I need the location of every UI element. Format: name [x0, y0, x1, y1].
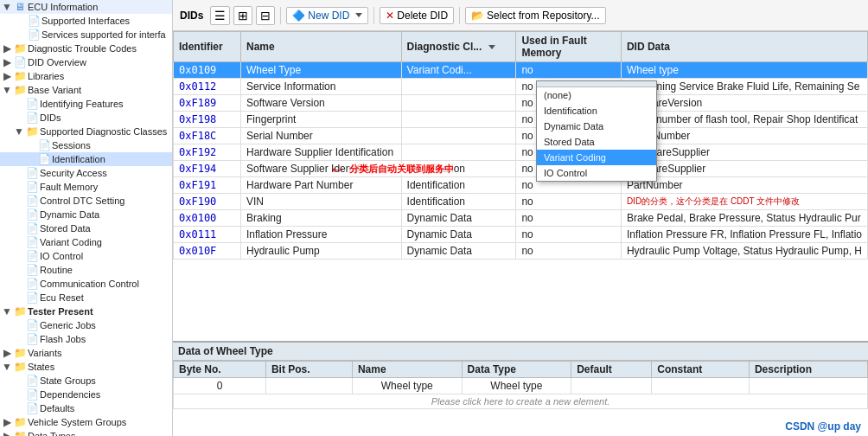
view-split-button[interactable]: ⊟ — [256, 6, 275, 25]
table-row[interactable]: 0x0109 Wheel Type Variant Codi... no Whe… — [174, 62, 868, 79]
new-did-dropdown-arrow — [355, 13, 362, 17]
folder-icon: 📁 — [26, 125, 38, 138]
col-header-diag-class[interactable]: Diagnostic Cl... — [401, 32, 516, 62]
table-row[interactable]: 0xF189 Software Version no SoftwareVersi… — [174, 95, 868, 112]
sidebar-item-control-dtc-setting[interactable]: 📄 Control DTC Setting — [0, 194, 172, 208]
cell-did-data: SerialNumber — [621, 128, 867, 144]
cell-diag-class — [401, 128, 516, 144]
sidebar-label-variant-coding: Variant Coding — [40, 237, 102, 247]
sidebar-label-vehicle-system-groups: Vehicle System Groups — [28, 417, 126, 427]
dropdown-item-dynamic-data[interactable]: Dynamic Data — [537, 119, 656, 134]
doc-icon: 📄 — [26, 208, 38, 221]
annotation-cn1-text: 分类后自动关联到服务中 — [349, 163, 454, 176]
sidebar-item-stored-data[interactable]: 📄 Stored Data — [0, 221, 172, 235]
tree-toggle: ▶ — [2, 347, 12, 359]
sidebar-item-dynamic-data[interactable]: 📄 Dynamic Data — [0, 208, 172, 221]
sidebar-item-libraries[interactable]: ▶ 📁 Libraries — [0, 69, 172, 83]
diag-class-dropdown[interactable]: (none) Identification Dynamic Data Store… — [536, 80, 657, 182]
sidebar-item-base-variant[interactable]: ▼ 📁 Base Variant — [0, 83, 172, 97]
sidebar-item-state-groups[interactable]: 📄 State Groups — [0, 374, 172, 388]
sidebar-item-variant-coding[interactable]: 📄 Variant Coding — [0, 235, 172, 249]
doc-icon: 📄 — [26, 112, 38, 124]
sidebar-label-dtc: Diagnostic Trouble Codes — [28, 43, 137, 54]
sidebar-item-sessions[interactable]: 📄 Sessions — [0, 138, 172, 152]
view-list-button[interactable]: ☰ — [210, 6, 230, 25]
table-row[interactable]: 0x0112 Service Information no Remaining … — [174, 79, 868, 95]
delete-did-button[interactable]: ✕ Delete DID — [380, 7, 454, 24]
cell-name: Inflation Pressure — [241, 227, 402, 243]
sidebar-item-states[interactable]: ▼ 📁 States — [0, 360, 172, 374]
sidebar-item-identification[interactable]: 📄 Identification — [0, 152, 172, 166]
sidebar-item-defaults[interactable]: 📄 Defaults — [0, 401, 172, 415]
repo-icon: 📂 — [471, 10, 484, 22]
sidebar-item-dependencies[interactable]: 📄 Dependencies — [0, 388, 172, 401]
sidebar-item-generic-jobs[interactable]: 📄 Generic Jobs — [0, 318, 172, 332]
table-row[interactable]: 0xF198 Fingerprint no Serial number of f… — [174, 112, 868, 128]
toolbar-separator-3 — [459, 7, 460, 24]
bottom-click-hint[interactable]: Please click here to create a new elemen… — [174, 394, 868, 409]
dropdown-item-identification[interactable]: Identification — [537, 103, 656, 119]
cell-fault-memory: no — [516, 243, 621, 260]
sidebar-item-services-supported[interactable]: 📄 Services supported for interfa — [0, 28, 172, 42]
cell-fault-memory: no — [516, 194, 621, 210]
folder-icon: 📁 — [14, 42, 26, 54]
table-row[interactable]: 0x0100 Braking Dynamic Data no Brake Ped… — [174, 210, 868, 227]
table-row[interactable]: 0xF190 VIN Identification no DID的分类，这个分类… — [174, 194, 868, 210]
sidebar-item-variants[interactable]: ▶ 📁 Variants — [0, 346, 172, 360]
content-section-label: DIDs — [180, 10, 203, 22]
dropdown-item-none[interactable]: (none) — [537, 87, 656, 103]
doc-icon: 📄 — [26, 319, 38, 331]
sidebar-item-dtc[interactable]: ▶ 📁 Diagnostic Trouble Codes — [0, 42, 172, 55]
bottom-col-constant: Constant — [652, 362, 750, 378]
dropdown-item-variant-coding[interactable]: Variant Coding — [537, 150, 656, 165]
split-view-icon: ⊟ — [260, 9, 271, 22]
cell-identifier: 0x0112 — [174, 79, 241, 95]
sidebar-item-routine[interactable]: 📄 Routine — [0, 263, 172, 277]
new-did-button[interactable]: 🔷 New DID — [286, 7, 368, 24]
sidebar-label-libraries: Libraries — [28, 71, 64, 81]
dropdown-item-io-control[interactable]: IO Control — [537, 165, 656, 181]
select-repo-button[interactable]: 📂 Select from Repository... — [465, 7, 606, 24]
sidebar-item-supported-diag-classes[interactable]: ▼ 📁 Supported Diagnostic Classes — [0, 125, 172, 138]
bottom-cell-constant — [652, 378, 750, 394]
table-row[interactable]: 0xF194 Software Supplier Identification … — [174, 161, 868, 177]
col-header-fault-memory: Used in Fault Memory — [516, 32, 621, 62]
tree-toggle: ▶ — [2, 70, 12, 82]
table-row[interactable]: 0xF192 Hardware Supplier Identification … — [174, 144, 868, 161]
doc-icon: 📄 — [26, 388, 38, 401]
sidebar-item-tester-present[interactable]: ▼ 📁 Tester Present — [0, 305, 172, 318]
bottom-click-hint-row[interactable]: Please click here to create a new elemen… — [174, 394, 868, 409]
sidebar-item-security-access[interactable]: 📄 Security Access — [0, 166, 172, 180]
sidebar-item-ecu-info[interactable]: ▼ 🖥 ECU Information — [0, 0, 172, 14]
bottom-col-bit-pos: Bit Pos. — [265, 362, 352, 378]
sidebar-item-did-overview[interactable]: ▶ 📄 DID Overview — [0, 55, 172, 69]
table-row[interactable]: 0x010F Hydraulic Pump Dynamic Data no Hy… — [174, 243, 868, 260]
col-header-did-data: DID Data — [621, 32, 867, 62]
table-row[interactable]: 0x0111 Inflation Pressure Dynamic Data n… — [174, 227, 868, 243]
dropdown-item-stored-data[interactable]: Stored Data — [537, 134, 656, 150]
sidebar-item-identifying-features[interactable]: 📄 Identifying Features — [0, 97, 172, 111]
doc-icon: 📄 — [26, 250, 38, 262]
tree-toggle: ▶ — [2, 42, 12, 54]
cell-name: VIN — [241, 194, 402, 210]
sidebar-label-did-overview: DID Overview — [28, 57, 86, 67]
sidebar-item-fault-memory[interactable]: 📄 Fault Memory — [0, 180, 172, 194]
col-header-identifier: Identifier — [174, 32, 241, 62]
sidebar-item-supported-interfaces[interactable]: 📄 Supported Interfaces — [0, 14, 172, 28]
bottom-cell-data-type: Wheel type — [462, 378, 571, 394]
table-row[interactable]: 0xF18C Serial Number no SerialNumber — [174, 128, 868, 144]
sidebar-item-data-types[interactable]: ▶ 📁 Data Types — [0, 429, 172, 436]
sidebar-item-io-control[interactable]: 📄 IO Control — [0, 249, 172, 263]
sidebar-item-flash-jobs[interactable]: 📄 Flash Jobs — [0, 332, 172, 346]
table-row[interactable]: 0xF191 Hardware Part Number Identificati… — [174, 177, 868, 194]
diag-class-filter-arrow — [488, 45, 495, 49]
cell-name: Serial Number — [241, 128, 402, 144]
sidebar-item-ecu-reset[interactable]: 📄 Ecu Reset — [0, 291, 172, 305]
view-detail-button[interactable]: ⊞ — [233, 6, 252, 25]
bottom-table-row[interactable]: 0 Wheel type Wheel type — [174, 378, 868, 394]
sidebar-label-security-access: Security Access — [40, 168, 107, 178]
sidebar-item-communication-control[interactable]: 📄 Communication Control — [0, 277, 172, 291]
detail-view-icon: ⊞ — [238, 9, 248, 22]
sidebar-item-dids[interactable]: 📄 DIDs — [0, 111, 172, 125]
sidebar-item-vehicle-system-groups[interactable]: ▶ 📁 Vehicle System Groups — [0, 415, 172, 429]
